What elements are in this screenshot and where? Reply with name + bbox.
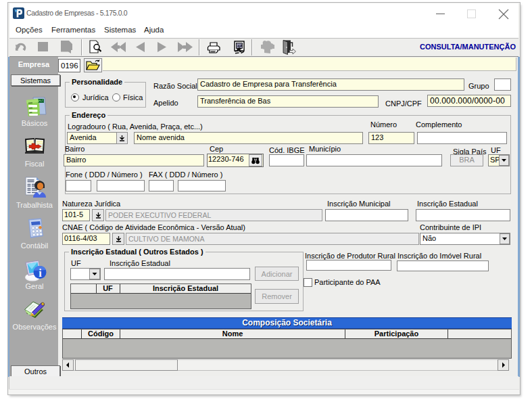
svg-text:i: i: [39, 267, 42, 279]
